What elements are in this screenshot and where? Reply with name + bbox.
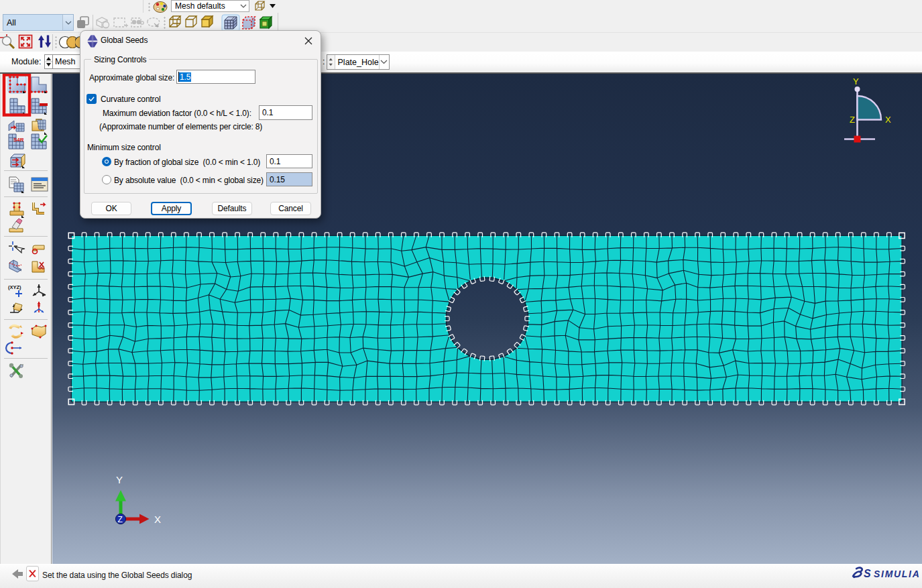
svg-text:SIMULIA: SIMULIA: [874, 569, 920, 579]
svg-text:Y: Y: [116, 474, 123, 485]
svg-text:S4R: S4R: [13, 137, 24, 143]
svg-text:(XYZ): (XYZ): [8, 284, 21, 290]
svg-text:Z: Z: [118, 515, 123, 524]
svg-text:S: S: [864, 568, 871, 579]
svg-text:Z: Z: [850, 115, 855, 125]
svg-text:X: X: [154, 514, 161, 525]
svg-text:Y: Y: [853, 76, 859, 86]
svg-text:X: X: [885, 115, 891, 125]
